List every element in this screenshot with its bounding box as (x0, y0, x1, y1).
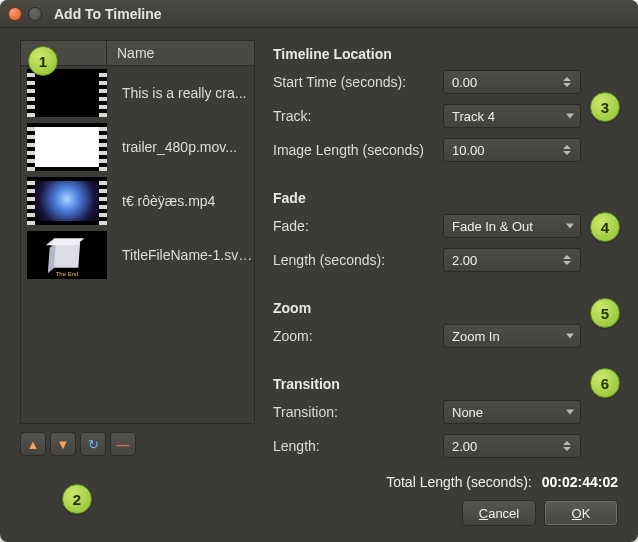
column-name[interactable]: Name (107, 45, 154, 61)
remove-button[interactable]: — (110, 432, 136, 456)
file-name: trailer_480p.mov... (110, 139, 254, 155)
transition-length-spinner[interactable]: 2.00 (443, 434, 581, 458)
transition-combo[interactable]: None (443, 400, 581, 424)
total-length-value: 00:02:44:02 (542, 474, 618, 490)
file-name: This is a really cra... (110, 85, 254, 101)
minus-icon: — (117, 437, 130, 452)
image-length-spinner[interactable]: 10.00 (443, 138, 581, 162)
titlebar: Add To Timeline (0, 0, 638, 28)
close-icon[interactable] (8, 7, 22, 21)
list-toolbar: ▲ ▼ ↻ — (20, 432, 255, 456)
callout-badge: 3 (590, 92, 620, 122)
spinner-arrows[interactable] (563, 140, 577, 160)
window-title: Add To Timeline (54, 6, 162, 22)
chevron-up-icon: ▲ (27, 437, 40, 452)
section-fade: Fade (273, 190, 618, 206)
section-timeline-location: Timeline Location (273, 46, 618, 62)
callout-badge: 6 (590, 368, 620, 398)
section-transition: Transition (273, 376, 618, 392)
ok-button[interactable]: OK (544, 500, 618, 526)
dropdown-arrow-icon (566, 224, 574, 229)
spinner-arrows[interactable] (563, 250, 577, 270)
callout-badge: 4 (590, 212, 620, 242)
dropdown-arrow-icon (566, 334, 574, 339)
dropdown-arrow-icon (566, 410, 574, 415)
track-label: Track: (273, 108, 433, 124)
image-length-label: Image Length (seconds) (273, 142, 433, 158)
shuffle-button[interactable]: ↻ (80, 432, 106, 456)
fade-length-spinner[interactable]: 2.00 (443, 248, 581, 272)
transition-length-label: Length: (273, 438, 433, 454)
move-down-button[interactable]: ▼ (50, 432, 76, 456)
move-up-button[interactable]: ▲ (20, 432, 46, 456)
file-name: t€ rôèÿæs.mp4 (110, 193, 254, 209)
transition-label: Transition: (273, 404, 433, 420)
spinner-arrows[interactable] (563, 72, 577, 92)
minimize-icon[interactable] (28, 7, 42, 21)
zoom-combo[interactable]: Zoom In (443, 324, 581, 348)
list-item[interactable]: This is a really cra... (21, 66, 254, 120)
callout-badge: 1 (28, 46, 58, 76)
file-name: TitleFileName-1.svg... (110, 247, 254, 263)
start-time-spinner[interactable]: 0.00 (443, 70, 581, 94)
track-combo[interactable]: Track 4 (443, 104, 581, 128)
total-length-label: Total Length (seconds): (386, 474, 532, 490)
zoom-label: Zoom: (273, 328, 433, 344)
list-item[interactable]: The End TitleFileName-1.svg... (21, 228, 254, 282)
section-zoom: Zoom (273, 300, 618, 316)
spinner-arrows[interactable] (563, 436, 577, 456)
fade-combo[interactable]: Fade In & Out (443, 214, 581, 238)
dropdown-arrow-icon (566, 114, 574, 119)
dialog-window: Add To Timeline Name This is a really cr… (0, 0, 638, 542)
refresh-icon: ↻ (88, 437, 99, 452)
cancel-button[interactable]: Cancel (462, 500, 536, 526)
file-list[interactable]: This is a really cra... trailer_480p.mov… (20, 66, 255, 424)
fade-length-label: Length (seconds): (273, 252, 433, 268)
callout-badge: 2 (62, 484, 92, 514)
callout-badge: 5 (590, 298, 620, 328)
start-time-label: Start Time (seconds): (273, 74, 433, 90)
fade-label: Fade: (273, 218, 433, 234)
list-item[interactable]: t€ rôèÿæs.mp4 (21, 174, 254, 228)
list-item[interactable]: trailer_480p.mov... (21, 120, 254, 174)
chevron-down-icon: ▼ (57, 437, 70, 452)
